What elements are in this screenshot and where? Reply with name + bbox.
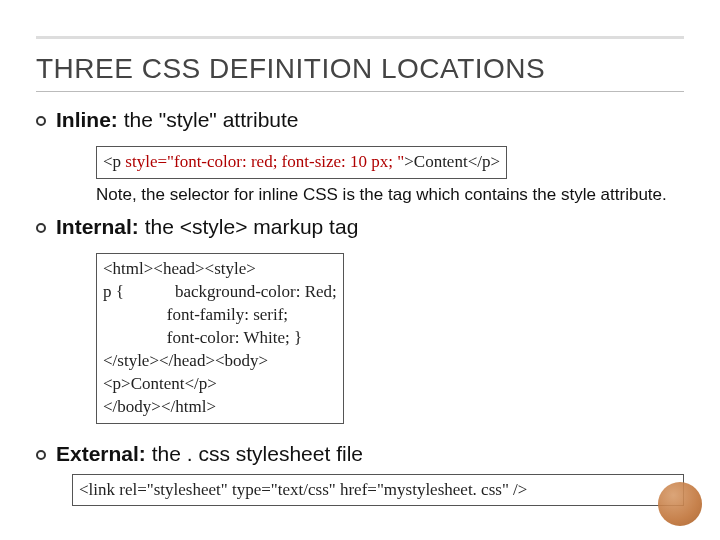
corner-decoration: [658, 482, 702, 526]
top-divider: [36, 36, 684, 39]
bullet-desc: the "style" attribute: [124, 108, 299, 131]
bullet-text: Inline: the "style" attribute: [56, 108, 299, 132]
note-inline: Note, the selector for inline CSS is the…: [96, 185, 684, 205]
code-post: >Content</p>: [404, 152, 500, 171]
bullet-label: Internal:: [56, 215, 139, 238]
bullet-icon: [36, 116, 46, 126]
bullet-external: External: the . css stylesheet file: [36, 442, 684, 466]
bullet-icon: [36, 223, 46, 233]
code-box-inline: <p style="font-color: red; font-size: 10…: [96, 146, 507, 179]
bullet-label: External:: [56, 442, 146, 465]
slide: THREE CSS DEFINITION LOCATIONS Inline: t…: [0, 0, 720, 540]
bullet-desc: the <style> markup tag: [145, 215, 359, 238]
bullet-icon: [36, 450, 46, 460]
bullet-internal: Internal: the <style> markup tag: [36, 215, 684, 239]
title-underline: [36, 91, 684, 92]
code-red: style="font-color: red; font-size: 10 px…: [125, 152, 404, 171]
bullet-text: External: the . css stylesheet file: [56, 442, 363, 466]
code-box-internal: <html><head><style> p { background-color…: [96, 253, 344, 424]
page-title: THREE CSS DEFINITION LOCATIONS: [36, 53, 684, 85]
code-box-external: <link rel="stylesheet" type="text/css" h…: [72, 474, 684, 507]
code-pre: <p: [103, 152, 125, 171]
bullet-desc: the . css stylesheet file: [152, 442, 363, 465]
bullet-text: Internal: the <style> markup tag: [56, 215, 358, 239]
bullet-label: Inline:: [56, 108, 118, 131]
bullet-inline: Inline: the "style" attribute: [36, 108, 684, 132]
